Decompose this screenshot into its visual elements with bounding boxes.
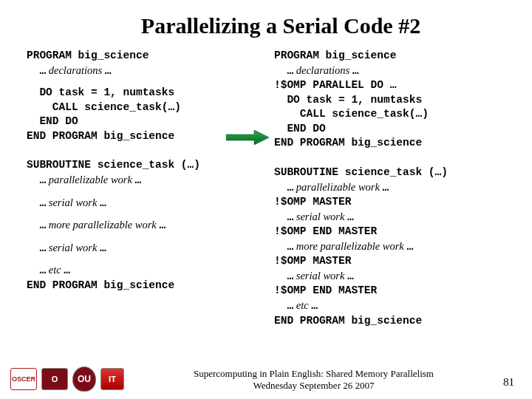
it-logo: IT [100, 368, 124, 390]
code-columns: PROGRAM big_science … declarations … DO … [21, 49, 511, 335]
right-program-block: PROGRAM big_science … declarations … !$O… [274, 49, 505, 151]
code-line: SUBROUTINE science_task (…) [274, 166, 505, 180]
code-line: !$OMP END MASTER [274, 284, 505, 299]
code-line: DO task = 1, numtasks [27, 86, 258, 100]
oscer-logo: OSCER [10, 368, 37, 390]
code-line: DO task = 1, numtasks [274, 93, 505, 108]
arrow-icon [226, 130, 269, 145]
code-line: … serial work … [27, 241, 258, 256]
code-line: SUBROUTINE science_task (…) [27, 158, 258, 173]
code-line: … etc … [274, 299, 505, 314]
code-line: … serial work … [274, 210, 505, 225]
code-line: … serial work … [274, 269, 505, 284]
code-line: PROGRAM big_science [274, 49, 505, 64]
code-line: END PROGRAM big_science [274, 136, 505, 151]
code-line: !$OMP END MASTER [274, 225, 505, 239]
code-line: … declarations … [27, 64, 258, 79]
o-logo: O [41, 368, 68, 390]
right-subroutine-block: SUBROUTINE science_task (…) … paralleliz… [274, 166, 505, 328]
footer: OSCER O OU IT Supercomputing in Plain En… [0, 366, 532, 392]
footer-logos: OSCER O OU IT [10, 366, 124, 392]
footer-text: Supercomputing in Plain English: Shared … [124, 368, 503, 392]
code-line: END PROGRAM big_science [27, 279, 258, 293]
left-column: PROGRAM big_science … declarations … DO … [27, 49, 258, 335]
code-line: END PROGRAM big_science [274, 314, 505, 329]
right-column: PROGRAM big_science … declarations … !$O… [274, 49, 505, 335]
slide: Parallelizing a Serial Code #2 PROGRAM b… [0, 0, 532, 399]
code-line: … more parallelizable work … [274, 239, 505, 255]
code-line: CALL science_task(…) [27, 100, 258, 115]
left-subroutine-block: SUBROUTINE science_task (…) … paralleliz… [27, 158, 258, 293]
code-line: PROGRAM big_science [27, 49, 258, 64]
slide-title: Parallelizing a Serial Code #2 [21, 13, 511, 38]
code-line: … etc … [27, 263, 258, 279]
code-line: END DO [27, 115, 258, 129]
code-line: !$OMP MASTER [274, 254, 505, 269]
code-line: … parallelizable work … [27, 173, 258, 188]
footer-line-1: Supercomputing in Plain English: Shared … [124, 368, 503, 380]
code-line: !$OMP MASTER [274, 195, 505, 210]
code-line: … parallelizable work … [274, 180, 505, 196]
footer-line-2: Wednesday September 26 2007 [124, 380, 503, 392]
code-line: END DO [274, 122, 505, 137]
code-line: END PROGRAM big_science [27, 129, 258, 144]
svg-marker-0 [226, 130, 269, 145]
page-number: 81 [503, 376, 514, 392]
code-line: CALL science_task(…) [274, 107, 505, 122]
code-line: … declarations … [274, 64, 505, 79]
code-line: … serial work … [27, 196, 258, 211]
code-line: !$OMP PARALLEL DO … [274, 78, 505, 93]
ou-logo: OU [72, 366, 96, 392]
left-program-block: PROGRAM big_science … declarations … DO … [27, 49, 258, 143]
code-line: … more parallelizable work … [27, 218, 258, 233]
